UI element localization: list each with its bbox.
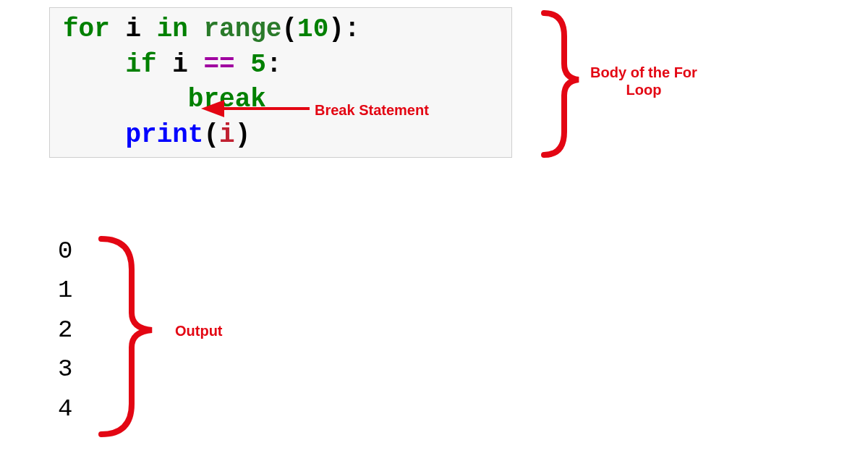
indent (63, 120, 125, 150)
paren-open: ( (203, 120, 219, 150)
op-eq: == (203, 50, 234, 80)
var-i: i (110, 14, 157, 44)
code-block: for i in range(10): if i == 5: break pri… (49, 7, 512, 158)
number-5: 5 (250, 50, 266, 80)
output-line: 2 (58, 311, 72, 350)
indent (63, 50, 125, 80)
annotation-output-label: Output (175, 322, 223, 339)
annotation-body-label: Body of the For Loop (582, 64, 705, 98)
output-line: 4 (58, 389, 72, 428)
keyword-break: break (188, 85, 266, 114)
number-10: 10 (297, 14, 328, 44)
brace-body-icon (544, 13, 579, 155)
output-line: 1 (58, 271, 72, 310)
keyword-if: if (125, 50, 156, 80)
keyword-for: for (63, 14, 110, 44)
code-line-4: print(i) (63, 118, 498, 153)
keyword-in: in (157, 14, 188, 44)
brace-output-icon (101, 239, 152, 434)
code-line-1: for i in range(10): (63, 12, 498, 48)
output-block: 0 1 2 3 4 (58, 232, 72, 428)
annotation-body-label-line1: Body of the For (582, 64, 705, 81)
colon: : (266, 50, 282, 80)
fn-print: print (125, 120, 203, 150)
output-line: 0 (58, 232, 72, 271)
code-line-2: if i == 5: (63, 48, 498, 83)
paren-close-colon: ): (328, 14, 359, 44)
arg-i: i (219, 120, 235, 150)
var-i: i (157, 50, 204, 80)
output-line: 3 (58, 350, 72, 389)
paren-close: ) (235, 120, 251, 150)
code-line-3: break (63, 83, 498, 118)
indent (63, 85, 188, 114)
annotation-body-label-line2: Loop (582, 81, 705, 98)
space (235, 50, 251, 80)
paren-open: ( (281, 14, 297, 44)
annotation-break-label: Break Statement (315, 101, 429, 119)
fn-range: range (188, 14, 282, 44)
